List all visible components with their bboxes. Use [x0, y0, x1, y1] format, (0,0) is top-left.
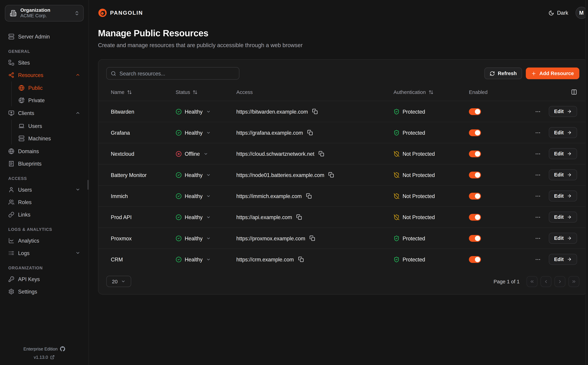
edition-row[interactable]: Enterprise Edition: [0, 345, 89, 353]
edit-button[interactable]: Edit: [549, 148, 577, 159]
enabled-toggle[interactable]: [469, 108, 481, 115]
next-page-button[interactable]: [554, 276, 565, 287]
sidebar-item-label: Public: [28, 84, 43, 91]
status-label: Healthy: [185, 256, 203, 262]
refresh-icon: [490, 71, 495, 76]
more-actions-icon[interactable]: [535, 214, 541, 220]
edit-button[interactable]: Edit: [549, 127, 577, 138]
columns-icon[interactable]: [571, 89, 577, 95]
moon-icon: [548, 10, 554, 16]
org-switcher[interactable]: Organization ACME Corp.: [5, 5, 84, 21]
add-resource-button[interactable]: Add Resource: [526, 68, 579, 79]
sidebar-item-clients[interactable]: Clients: [5, 107, 84, 119]
sidebar-item-roles[interactable]: Roles: [5, 196, 84, 208]
shield-check-icon: [394, 129, 400, 135]
sidebar-item-links[interactable]: Links: [5, 208, 84, 221]
enabled-toggle[interactable]: [469, 171, 481, 178]
copy-icon[interactable]: [312, 109, 318, 114]
sidebar-item-client-users[interactable]: Users: [15, 120, 84, 132]
status-dropdown[interactable]: Healthy: [176, 235, 236, 241]
auth-label: Protected: [403, 256, 425, 262]
status-dropdown[interactable]: Offline: [176, 151, 236, 157]
copy-icon[interactable]: [296, 214, 302, 220]
more-actions-icon[interactable]: [535, 129, 541, 135]
sidebar-item-label: API Keys: [18, 276, 40, 282]
theme-toggle[interactable]: Dark: [548, 10, 568, 16]
sidebar-item-sites[interactable]: Sites: [5, 56, 84, 69]
first-page-button[interactable]: [526, 276, 537, 287]
edit-button[interactable]: Edit: [549, 254, 577, 265]
enabled-toggle[interactable]: [469, 129, 481, 136]
edit-button[interactable]: Edit: [549, 106, 577, 117]
search-input[interactable]: [120, 70, 235, 76]
globe-icon: [8, 148, 14, 154]
auth-status: Protected: [394, 108, 469, 114]
status-dropdown[interactable]: Healthy: [176, 214, 236, 220]
column-header-status[interactable]: Status: [176, 89, 236, 95]
copy-icon[interactable]: [328, 172, 334, 178]
edit-button[interactable]: Edit: [549, 190, 577, 201]
sidebar-item-resources[interactable]: Resources: [5, 69, 84, 81]
edit-button[interactable]: Edit: [549, 233, 577, 244]
sidebar-item-machines[interactable]: Machines: [15, 132, 84, 145]
enabled-toggle[interactable]: [469, 214, 481, 220]
more-actions-icon[interactable]: [535, 193, 541, 199]
brand-logo[interactable]: PANGOLIN: [98, 8, 143, 17]
enabled-toggle[interactable]: [469, 192, 481, 199]
arrow-right-icon: [567, 172, 572, 177]
resource-name: Nextcloud: [111, 151, 176, 157]
column-header-authentication[interactable]: Authentication: [394, 89, 469, 95]
column-header-name[interactable]: Name: [111, 89, 176, 95]
sidebar-item-settings[interactable]: Settings: [5, 285, 84, 298]
page-size-select[interactable]: 20: [106, 276, 131, 287]
enabled-cell: [469, 129, 535, 136]
last-page-button[interactable]: [568, 276, 579, 287]
status-dropdown[interactable]: Healthy: [176, 108, 236, 114]
sidebar-item-public[interactable]: Public: [15, 82, 84, 94]
sidebar-item-domains[interactable]: Domains: [5, 145, 84, 157]
copy-icon[interactable]: [306, 193, 312, 199]
edit-button[interactable]: Edit: [549, 169, 577, 180]
copy-icon[interactable]: [319, 151, 324, 157]
prev-page-button[interactable]: [540, 276, 551, 287]
access-cell: https://crm.example.com: [236, 256, 394, 262]
more-actions-icon[interactable]: [535, 256, 541, 262]
status-dropdown[interactable]: Healthy: [176, 193, 236, 199]
sidebar-item-logs[interactable]: Logs: [5, 247, 84, 259]
enabled-toggle[interactable]: [469, 235, 481, 242]
copy-icon[interactable]: [309, 235, 315, 241]
pagination-right: Page 1 of 1: [494, 276, 579, 287]
version-row[interactable]: v1.13.0: [0, 353, 89, 361]
enabled-toggle[interactable]: [469, 150, 481, 157]
sidebar-item-users[interactable]: Users: [5, 183, 84, 196]
table-row: Nextcloud Offline https://cloud.schwartz…: [98, 143, 587, 164]
server-icon: [19, 135, 25, 141]
sidebar-item-analytics[interactable]: Analytics: [5, 234, 84, 247]
app-window: Organization ACME Corp. Server Admin GEN…: [0, 0, 588, 365]
copy-icon[interactable]: [298, 257, 304, 262]
sidebar-item-label: Users: [28, 123, 42, 129]
more-actions-icon[interactable]: [535, 172, 541, 178]
auth-status: Protected: [394, 129, 469, 135]
sidebar-item-blueprints[interactable]: Blueprints: [5, 157, 84, 170]
status-dropdown[interactable]: Healthy: [176, 256, 236, 262]
status-label: Offline: [185, 151, 200, 157]
status-dropdown[interactable]: Healthy: [176, 172, 236, 178]
sidebar-item-api-keys[interactable]: API Keys: [5, 273, 84, 285]
refresh-button[interactable]: Refresh: [484, 68, 522, 79]
more-actions-icon[interactable]: [535, 108, 541, 114]
sidebar-scrollbar-thumb[interactable]: [88, 180, 89, 190]
edit-button[interactable]: Edit: [549, 212, 577, 223]
window-scrollbar[interactable]: [585, 0, 588, 365]
access-cell: https://api.example.com: [236, 214, 394, 220]
sidebar-item-private[interactable]: Private: [15, 94, 84, 106]
arrow-right-icon: [567, 194, 572, 198]
sidebar-item-label: Machines: [28, 135, 51, 141]
more-actions-icon[interactable]: [535, 151, 541, 157]
status-dropdown[interactable]: Healthy: [176, 129, 236, 135]
sidebar-item-server-admin[interactable]: Server Admin: [5, 30, 84, 43]
copy-icon[interactable]: [307, 130, 313, 135]
toggle-knob: [475, 214, 480, 220]
enabled-toggle[interactable]: [469, 256, 481, 263]
more-actions-icon[interactable]: [535, 235, 541, 241]
